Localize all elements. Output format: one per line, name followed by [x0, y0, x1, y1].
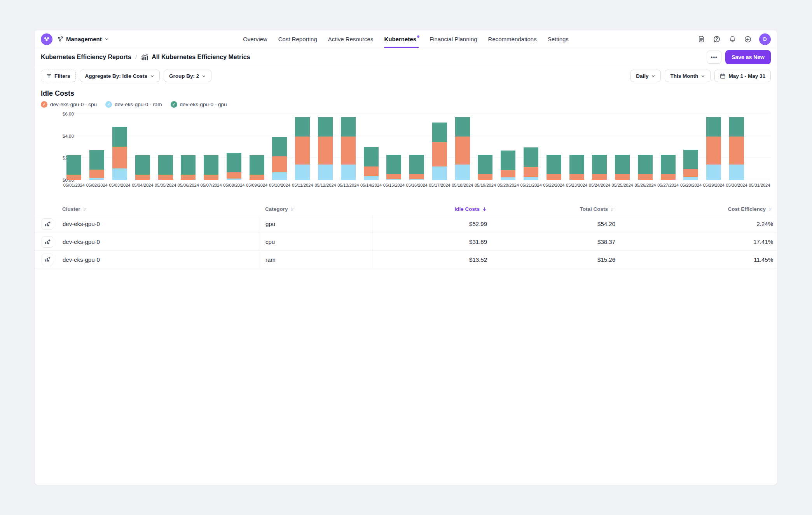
aggregate-by-dropdown[interactable]: Aggregate By: Idle Costs: [80, 70, 160, 82]
bar-segment: [341, 137, 356, 164]
chart-bar-slot[interactable]: [131, 114, 154, 180]
nav-item-overview[interactable]: Overview: [243, 30, 267, 48]
legend-label: dev-eks-gpu-0 - cpu: [50, 102, 97, 107]
chart-bar-slot[interactable]: [268, 114, 291, 180]
chart-bar-slot[interactable]: [497, 114, 520, 180]
bar-segment: [204, 180, 218, 180]
add-to-chart-button[interactable]: [42, 254, 53, 265]
nav-item-financial-planning[interactable]: Financial Planning: [430, 30, 477, 48]
stacked-bar: [683, 150, 698, 180]
bar-segment: [547, 174, 561, 180]
x-axis-tick-label: 05/18/2024: [451, 183, 474, 191]
chart-bar-slot[interactable]: [428, 114, 451, 180]
chart-bar-slot[interactable]: [86, 114, 108, 180]
bar-segment: [66, 180, 81, 180]
report-icon[interactable]: [697, 35, 705, 44]
breadcrumb-parent-link[interactable]: Kubernetes Efficiency Reports: [41, 54, 131, 61]
table-row: dev-eks-gpu-0 ram $13.52 $15.26 11.45%: [35, 250, 777, 268]
add-to-chart-button[interactable]: [42, 218, 53, 230]
stacked-bar: [272, 137, 287, 180]
bar-segment: [615, 180, 630, 180]
group-by-dropdown[interactable]: Group By: 2: [164, 70, 211, 82]
bar-segment: [364, 166, 379, 176]
notifications-icon[interactable]: [728, 35, 737, 44]
chart-bar-slot[interactable]: [451, 114, 474, 180]
chart-bar-slot[interactable]: [588, 114, 611, 180]
nav-item-settings[interactable]: Settings: [548, 30, 569, 48]
column-header-total-costs[interactable]: Total Costs: [487, 206, 615, 212]
nav-item-cost-reporting[interactable]: Cost Reporting: [278, 30, 317, 48]
help-icon[interactable]: [712, 35, 721, 44]
legend-item-gpu[interactable]: ✓ dev-eks-gpu-0 - gpu: [171, 101, 227, 108]
chart-bar-slot[interactable]: [702, 114, 725, 180]
bar-segment: [318, 165, 333, 180]
chart-bar-slot[interactable]: [63, 114, 86, 180]
x-axis-tick-label: 05/31/2024: [748, 183, 771, 191]
chart-bar-slot[interactable]: [177, 114, 200, 180]
chart-plot-area: $6.00$4.00$2.00$0.00: [41, 114, 771, 180]
cluster-icon: [57, 36, 63, 42]
chart-bar-slot[interactable]: [200, 114, 223, 180]
bar-segment: [295, 137, 310, 164]
org-switcher[interactable]: Management: [41, 30, 109, 48]
chevron-down-icon: [150, 74, 154, 78]
chart-bar-slot[interactable]: [634, 114, 657, 180]
interval-dropdown[interactable]: Daily: [630, 70, 661, 82]
more-options-button[interactable]: •••: [707, 51, 721, 64]
chart-bar-slot[interactable]: [565, 114, 588, 180]
chart-bar-slot[interactable]: [679, 114, 702, 180]
column-header-idle-costs[interactable]: Idle Costs: [372, 206, 487, 212]
chart-bar-slot[interactable]: [748, 114, 771, 180]
x-axis-tick-label: 05/21/2024: [520, 183, 543, 191]
chart-bar-slot[interactable]: [520, 114, 543, 180]
category-value: ram: [260, 251, 372, 268]
x-axis-tick-label: 05/27/2024: [657, 183, 679, 191]
chart-bar-slot[interactable]: [725, 114, 748, 180]
period-label: This Month: [670, 73, 698, 79]
chart-bar-slot[interactable]: [405, 114, 428, 180]
date-range-picker[interactable]: May 1 - May 31: [714, 70, 771, 82]
stacked-bar: [547, 155, 561, 180]
column-header-cost-efficiency[interactable]: Cost Efficiency: [615, 206, 777, 212]
x-axis-tick-label: 05/07/2024: [200, 183, 223, 191]
chart-bar-slot[interactable]: [291, 114, 314, 180]
legend-label: dev-eks-gpu-0 - ram: [115, 102, 162, 107]
chart-bar-slot[interactable]: [245, 114, 268, 180]
save-as-new-button[interactable]: Save as New: [725, 50, 771, 64]
chart-bar-slot[interactable]: [657, 114, 679, 180]
bar-segment: [501, 177, 515, 180]
legend-item-cpu[interactable]: ✓ dev-eks-gpu-0 - cpu: [41, 101, 97, 108]
nav-item-active-resources[interactable]: Active Resources: [328, 30, 374, 48]
chart-bar-slot[interactable]: [108, 114, 131, 180]
nav-item-recommendations[interactable]: Recommendations: [488, 30, 537, 48]
chart-bar-slot[interactable]: [382, 114, 405, 180]
legend-item-ram[interactable]: ✓ dev-eks-gpu-0 - ram: [105, 101, 162, 108]
column-header-category[interactable]: Category: [260, 206, 372, 212]
date-range-label: May 1 - May 31: [728, 73, 765, 79]
chart-bar-slot[interactable]: [474, 114, 497, 180]
sort-icon: [768, 207, 773, 212]
bar-segment: [272, 172, 287, 180]
chart-bar-slot[interactable]: [154, 114, 177, 180]
chart-bar-slot[interactable]: [611, 114, 634, 180]
add-icon[interactable]: [744, 35, 752, 44]
chart-bar-slot[interactable]: [222, 114, 245, 180]
chart-bar-slot[interactable]: [360, 114, 382, 180]
bar-segment: [683, 150, 698, 169]
period-dropdown[interactable]: This Month: [665, 70, 711, 82]
bar-segment: [89, 178, 104, 180]
calendar-icon: [720, 73, 726, 79]
x-axis-tick-label: 05/16/2024: [405, 183, 428, 191]
nav-item-kubernetes[interactable]: Kubernetes: [384, 30, 419, 48]
chart-bar-slot[interactable]: [542, 114, 565, 180]
filters-button[interactable]: Filters: [41, 70, 76, 82]
chart-bar-slot[interactable]: [314, 114, 337, 180]
column-header-cluster[interactable]: Cluster: [35, 206, 260, 212]
x-axis-tick-label: 05/09/2024: [245, 183, 268, 191]
add-to-chart-button[interactable]: [42, 236, 53, 248]
metrics-chart-icon: [141, 53, 148, 61]
stacked-bar: [706, 117, 721, 180]
chart-bar-slot[interactable]: [337, 114, 360, 180]
avatar[interactable]: D: [759, 33, 771, 45]
bar-segment: [615, 174, 630, 180]
